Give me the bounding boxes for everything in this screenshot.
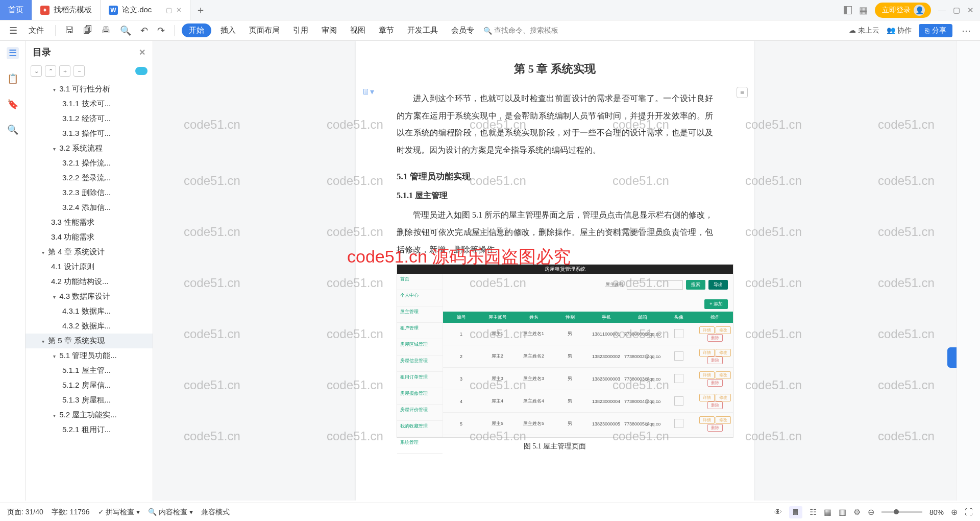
save-icon[interactable]: 🖫	[63, 24, 76, 37]
page-header-icon[interactable]: 🗏▾	[362, 87, 374, 97]
outline-item[interactable]: ▾ 5.1 管理员功能...	[26, 348, 153, 363]
zoom-level[interactable]: 80%	[929, 508, 944, 516]
close-window-icon[interactable]: ✕	[967, 6, 974, 15]
word-count[interactable]: 字数: 11796	[52, 508, 90, 517]
outline-item[interactable]: 4.1 设计原则	[26, 259, 153, 274]
outline-item[interactable]: 3.3 性能需求	[26, 215, 153, 230]
outline-pane-icon[interactable]: ☰	[7, 47, 19, 59]
zoom-in-icon[interactable]: ⊕	[951, 507, 958, 517]
outline-add-icon[interactable]: ＋	[59, 65, 70, 77]
print-icon[interactable]: 🖶	[100, 24, 113, 37]
outline-item[interactable]: 5.2.1 租用订...	[26, 422, 153, 437]
outline-item[interactable]: 3.1.1 技术可...	[26, 97, 153, 111]
zoom-slider[interactable]	[881, 511, 922, 513]
outline-item[interactable]: 3.1.2 经济可...	[26, 111, 153, 126]
shot-sidebar: 首页个人中心屋主管理租户管理房屋区域管理房屋信息管理租用订单管理房屋报修管理房屋…	[397, 274, 443, 437]
clipboard-icon[interactable]: 📋	[7, 73, 19, 85]
outline-item[interactable]: ▾ 4.3 数据库设计	[26, 289, 153, 304]
outline-item[interactable]: 3.2.4 添加信...	[26, 200, 153, 215]
redo-icon[interactable]: ↷	[155, 24, 167, 37]
outline-collapse-all-icon[interactable]: ⌄	[31, 65, 42, 77]
outline-item[interactable]: 3.4 功能需求	[26, 230, 153, 245]
file-menu[interactable]: 文件	[24, 23, 48, 37]
outline-remove-icon[interactable]: －	[74, 65, 85, 77]
spellcheck-toggle[interactable]: ✓ 拼写检查 ▾	[98, 508, 140, 517]
outline-item[interactable]: 3.1.3 操作可...	[26, 126, 153, 141]
ribbon-tab-member[interactable]: 会员专	[447, 23, 478, 37]
collab-button[interactable]: 👥 协作	[887, 26, 912, 35]
tab-template[interactable]: ✦找稻壳模板	[32, 0, 101, 20]
outline-expand-all-icon[interactable]: ⌃	[45, 65, 56, 77]
shot-add-btn: + 添加	[704, 299, 728, 309]
outline-item[interactable]: ▾ 3.1 可行性分析	[26, 82, 153, 97]
ribbon-tab-devtools[interactable]: 开发工具	[403, 23, 442, 37]
new-tab-button[interactable]: ＋	[190, 0, 211, 20]
ribbon-tab-references[interactable]: 引用	[289, 23, 312, 37]
zoom-out-icon[interactable]: ⊖	[868, 507, 874, 517]
web-view-icon[interactable]: ▦	[824, 507, 831, 517]
compat-mode[interactable]: 兼容模式	[201, 508, 230, 517]
ribbon-tab-view[interactable]: 视图	[346, 23, 370, 37]
watermark: code51.cn	[184, 276, 240, 290]
tab-home[interactable]: 首页	[0, 0, 32, 20]
fullscreen-icon[interactable]: ⛶	[965, 508, 973, 517]
watermark: code51.cn	[878, 327, 935, 341]
page-settings-icon[interactable]: ≡	[737, 87, 748, 98]
outline-item[interactable]: 4.3.2 数据库...	[26, 319, 153, 334]
ribbon-tab-insert[interactable]: 插入	[216, 23, 240, 37]
search-pane-icon[interactable]: 🔍	[7, 124, 19, 136]
watermark: code51.cn	[184, 117, 240, 132]
command-search[interactable]: 🔍 查找命令、搜索模板	[483, 26, 558, 35]
outline-sync-badge[interactable]	[135, 67, 148, 75]
outline-item[interactable]: 3.2.2 登录流...	[26, 171, 153, 185]
watermark: code51.cn	[184, 174, 240, 188]
settings-icon[interactable]: ⚙	[853, 507, 861, 517]
figure-caption: 图 5.1 屋主管理页面	[397, 442, 713, 451]
close-tab-icon[interactable]: ✕	[176, 6, 182, 14]
outline-item[interactable]: 5.1.1 屋主管...	[26, 363, 153, 378]
outline-item[interactable]: 3.2.1 操作流...	[26, 156, 153, 171]
outline-item[interactable]: ▾ 第 5 章 系统实现	[26, 334, 153, 348]
close-outline-icon[interactable]: ✕	[139, 48, 145, 57]
outline-view-icon[interactable]: ☷	[810, 507, 817, 517]
saveas-icon[interactable]: 🗐	[81, 24, 94, 37]
menu-icon[interactable]: ☰	[7, 24, 19, 37]
maximize-icon[interactable]: ▢	[953, 6, 960, 15]
eye-icon[interactable]: 👁	[774, 508, 782, 517]
bookmark-icon[interactable]: 🔖	[7, 98, 19, 110]
readmode-icon[interactable]: 🗏	[789, 506, 802, 518]
login-button[interactable]: 立即登录👤	[875, 3, 931, 18]
layout-icon[interactable]	[844, 6, 852, 14]
outline-title: 目录	[33, 46, 51, 58]
apps-icon[interactable]: ▦	[859, 5, 868, 16]
outline-item[interactable]: 3.2.3 删除信...	[26, 185, 153, 200]
side-float-tab[interactable]	[947, 347, 957, 368]
preview-icon[interactable]: 🔍	[118, 24, 133, 37]
intro-paragraph: 进入到这个环节，也就可以及时检查出前面设计的需求是否可靠了。一个设计良好的方案在…	[397, 90, 713, 158]
tab-document[interactable]: W 论文.doc ▢ ✕	[101, 0, 190, 20]
outline-item[interactable]: ▾ 第 4 章 系统设计	[26, 245, 153, 259]
chapter-title: 第 5 章 系统实现	[397, 61, 713, 77]
content-check[interactable]: 🔍 内容检查 ▾	[148, 508, 193, 517]
outline-item[interactable]: 5.1.2 房屋信...	[26, 378, 153, 393]
page-indicator[interactable]: 页面: 31/40	[7, 508, 43, 517]
undo-icon[interactable]: ↶	[138, 24, 150, 37]
ribbon-tab-start[interactable]: 开始	[182, 23, 211, 37]
ribbon-tab-section[interactable]: 章节	[375, 23, 398, 37]
minimize-icon[interactable]: —	[938, 6, 946, 14]
outline-item[interactable]: 4.2 功能结构设...	[26, 274, 153, 289]
popout-icon[interactable]: ▢	[166, 6, 172, 14]
outline-item[interactable]: 4.3.1 数据库...	[26, 304, 153, 319]
outline-item[interactable]: 5.1.3 房屋租...	[26, 393, 153, 408]
outline-item[interactable]: ▾ 3.2 系统流程	[26, 141, 153, 156]
shot-main: 屋主账号 搜索 导出 + 添加 编号屋主账号姓名性别手机邮箱头像操作 1屋主1屋…	[443, 274, 733, 437]
print-view-icon[interactable]: ▥	[839, 507, 846, 517]
ribbon-collapse-icon[interactable]: ⋯	[960, 24, 973, 37]
outline-item[interactable]: ▾ 5.2 屋主功能实...	[26, 408, 153, 422]
ribbon-tab-layout[interactable]: 页面布局	[245, 23, 284, 37]
ribbon: ☰ 文件 🖫 🗐 🖶 🔍 ↶ ↷ 开始 插入 页面布局 引用 审阅 视图 章节 …	[0, 20, 980, 41]
ribbon-tab-review[interactable]: 审阅	[317, 23, 341, 37]
share-button[interactable]: ⎘ 分享	[919, 24, 952, 37]
left-iconstrip: ☰ 📋 🔖 🔍	[0, 41, 26, 501]
cloud-status[interactable]: ☁ 未上云	[849, 26, 879, 35]
